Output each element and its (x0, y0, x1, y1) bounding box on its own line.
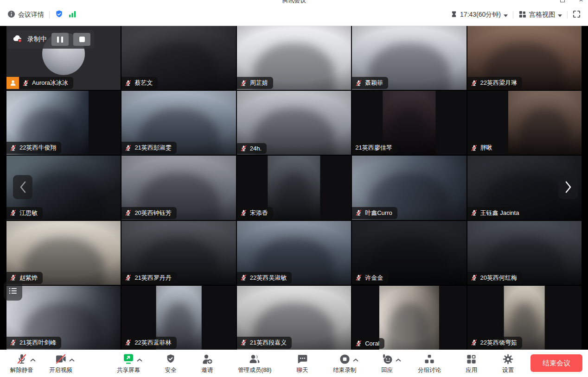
nameplate: 21英西罗丹丹 (121, 272, 176, 284)
participant-tile[interactable]: 24h. (237, 91, 351, 155)
nameplate: 周芷婧 (237, 77, 273, 89)
member-list-toggle[interactable] (4, 281, 22, 301)
toolbar-breakout-rooms-button[interactable]: 分组讨论 (418, 352, 441, 374)
mic-muted-icon (240, 274, 247, 281)
participant-tile[interactable]: 22英西饶弯茹 (467, 286, 582, 350)
participant-plate: 宋添香 (237, 207, 273, 219)
participant-plate: 江思敏 (6, 207, 43, 219)
chevron-up-icon[interactable] (69, 355, 75, 364)
participant-tile[interactable]: 赵紫烨 (6, 221, 121, 285)
close-button[interactable]: ✕ (579, 0, 583, 2)
meeting-topbar: 会议详情 17:43(60分钟) 宫格视图 (0, 4, 588, 26)
participant-name: 22英西梁月琳 (480, 79, 517, 87)
participant-plate: 21英西廖佳琴 (352, 142, 397, 154)
stop-recording-button[interactable] (73, 33, 90, 46)
participant-tile[interactable]: 21英西彭淑雯 (121, 91, 236, 155)
participant-plate: 21英西彭淑雯 (121, 142, 176, 154)
participant-plate: 胖啾 (467, 142, 498, 154)
participant-tile[interactable]: 21英西段嘉义 (237, 286, 351, 350)
participant-tile[interactable]: 宋添香 (237, 156, 351, 220)
nameplate: 24h. (237, 143, 267, 154)
toolbar-settings-button[interactable]: 设置 (502, 352, 514, 374)
toolbar-start-video-button[interactable]: 开启视频 (49, 352, 72, 374)
chevron-up-icon[interactable] (137, 355, 142, 364)
chevron-up-icon[interactable] (30, 355, 36, 364)
participant-plate: 21英西罗丹丹 (121, 272, 176, 284)
participant-tile[interactable]: 22英西牛俊翔 (6, 91, 121, 155)
participant-tile[interactable]: 胖啾 (467, 91, 582, 155)
nameplate: 胖啾 (467, 142, 498, 154)
participant-tile[interactable]: 许金金 (352, 221, 466, 285)
participant-tile[interactable]: 22英西蓝菲林 (121, 286, 236, 350)
participant-tile[interactable]: Coral (352, 286, 466, 350)
nameplate: 江思敏 (6, 207, 43, 219)
meeting-timer-dropdown[interactable]: 17:43(60分钟) (451, 11, 508, 19)
toolbar-unmute-button[interactable]: 解除静音 (10, 352, 33, 374)
view-mode-dropdown[interactable]: 宫格视图 (518, 10, 562, 19)
meeting-details-button[interactable]: 会议详情 (7, 10, 44, 19)
chevron-up-icon[interactable] (396, 355, 401, 364)
toolbar-label: 分组讨论 (418, 366, 441, 374)
chevron-up-icon[interactable] (353, 355, 358, 364)
toolbar-share-screen-button[interactable]: 共享屏幕 (117, 352, 140, 374)
fullscreen-icon[interactable] (573, 10, 581, 19)
maximize-button[interactable] (560, 0, 565, 2)
mic-muted-icon (240, 209, 247, 216)
participant-name: 22英西饶弯茹 (480, 339, 517, 347)
mic-muted-icon (10, 209, 17, 216)
chevron-down-icon (558, 11, 562, 19)
toolbar-reactions-button[interactable]: 回应 (381, 352, 393, 374)
participant-tile[interactable]: 叶鑫Curro (352, 156, 466, 220)
toolbar-chat-button[interactable]: 聊天 (296, 352, 308, 374)
divider (49, 11, 50, 19)
mic-muted-icon (471, 145, 478, 151)
nameplate: 21英西彭淑雯 (121, 142, 176, 154)
participant-tile[interactable]: 21英西叶剑峰 (6, 286, 121, 350)
participant-tile[interactable]: 21英西罗丹丹 (121, 221, 236, 285)
pause-recording-button[interactable] (51, 33, 69, 46)
nameplate: 22英西蓝菲林 (121, 337, 176, 349)
toolbar-security-button[interactable]: 安全 (165, 352, 176, 374)
reaction-icon (381, 352, 393, 365)
mic-muted-icon (240, 145, 247, 152)
network-signal-icon[interactable] (69, 11, 77, 19)
mic-muted-icon (471, 274, 478, 281)
breakout-icon (423, 352, 435, 365)
nameplate: 21英西段嘉义 (237, 337, 292, 349)
participant-tile[interactable]: 20英西钟钰芳 (121, 156, 236, 220)
nameplate: 蔡艺文 (121, 77, 158, 89)
toolbar-center-group: 共享屏幕安全邀请管理成员(88)聊天结束录制回应分组讨论应用设置 (117, 352, 514, 374)
end-meeting-button[interactable]: 结束会议 (530, 354, 582, 372)
participant-name: 20英西钟钰芳 (134, 209, 171, 217)
participant-tile[interactable]: 22英西梁月琳 (467, 26, 582, 90)
participant-plate: 24h. (237, 143, 267, 154)
nameplate: 王钰鑫 Jacinta (467, 207, 524, 219)
toolbar-manage-members-button[interactable]: 管理成员(88) (238, 352, 271, 374)
participant-tile[interactable]: 聂颖菲 (352, 26, 466, 90)
participant-tile[interactable]: 21英西廖佳琴 (352, 91, 466, 155)
next-page-arrow[interactable] (558, 175, 578, 199)
toolbar-stop-recording-button[interactable]: 结束录制 (333, 352, 356, 374)
meeting-details-label: 会议详情 (18, 11, 44, 19)
participant-tile[interactable]: 周芷婧 (237, 26, 351, 90)
participant-name: Coral (365, 340, 379, 347)
mic-muted-icon (355, 80, 362, 87)
participant-name: 24h. (250, 145, 262, 152)
chat-icon (296, 352, 308, 365)
toolbar-invite-button[interactable]: 邀请 (201, 352, 213, 374)
recording-indicator: 录制中 (7, 30, 94, 49)
divider (513, 11, 513, 19)
toolbar-label: 邀请 (201, 366, 213, 374)
nameplate: 22英西饶弯茹 (467, 337, 522, 349)
mic-muted-icon (471, 80, 478, 87)
toolbar-apps-button[interactable]: 应用 (466, 352, 477, 374)
cloud-record-icon (13, 35, 23, 44)
security-shield-icon[interactable] (55, 10, 64, 20)
participant-tile[interactable]: 20英西何红梅 (467, 221, 582, 285)
participant-plate: 蔡艺文 (121, 77, 158, 89)
participant-tile[interactable]: 22英西吴淑敏 (237, 221, 351, 285)
pause-icon (57, 37, 59, 43)
participant-plate: 22英西吴淑敏 (237, 272, 292, 284)
previous-page-arrow[interactable] (13, 175, 32, 199)
participant-tile[interactable]: 蔡艺文 (121, 26, 236, 90)
